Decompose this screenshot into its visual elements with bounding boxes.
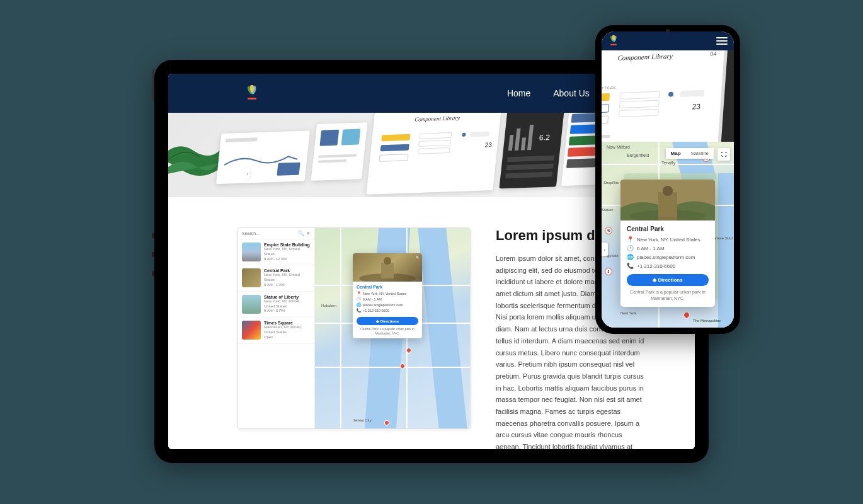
poi-address: New York, NY, United States bbox=[264, 273, 311, 283]
info-website: places.singleplatform.com bbox=[637, 255, 695, 260]
clock-icon: 🕐 bbox=[357, 297, 361, 301]
poi-hours: 9 AM - 12 AM bbox=[264, 257, 311, 262]
poi-item-liberty[interactable]: Statue of Liberty New York, NY 10004, Un… bbox=[238, 292, 314, 318]
poi-thumb bbox=[242, 243, 261, 261]
directions-button[interactable]: ◆ Directions bbox=[627, 274, 709, 286]
tablet-side-button bbox=[152, 69, 154, 101]
brand-logo bbox=[608, 35, 619, 47]
map-pin[interactable] bbox=[682, 311, 691, 319]
info-hours: 6 AM - 1 AM bbox=[363, 297, 382, 301]
svg-rect-47 bbox=[680, 90, 705, 97]
poi-address: Manhattan, NY 10036, United States bbox=[264, 325, 311, 335]
map-type-toggle: Map Satellite bbox=[666, 148, 714, 159]
map-panel: 🔍 ✕ Empire State Building New York, NY, … bbox=[237, 227, 471, 429]
svg-rect-7 bbox=[341, 129, 361, 146]
svg-text:23: 23 bbox=[484, 141, 493, 148]
svg-rect-26 bbox=[505, 172, 552, 179]
svg-rect-45 bbox=[619, 109, 658, 117]
poi-item-central[interactable]: Central Park New York, NY, United States… bbox=[238, 265, 314, 291]
search-input[interactable] bbox=[242, 231, 298, 236]
clear-icon[interactable]: ✕ bbox=[306, 231, 311, 236]
directions-button[interactable]: ◆ Directions bbox=[357, 317, 418, 325]
svg-rect-49 bbox=[602, 135, 610, 139]
map-type-map[interactable]: Map bbox=[666, 148, 686, 159]
svg-text:BUTTONS & INPUT FIELDS: BUTTONS & INPUT FIELDS bbox=[602, 86, 616, 91]
map-label: Station bbox=[602, 208, 614, 212]
tablet-vol-button bbox=[152, 233, 154, 238]
info-address: New York, NY, United States bbox=[637, 237, 700, 243]
map-label: Bergenfield bbox=[627, 153, 649, 158]
phone-screen: Component Library 04 BUTTONS & INPUT FIE… bbox=[602, 32, 734, 328]
info-card-image bbox=[620, 180, 715, 220]
sidebar-expand[interactable]: › bbox=[602, 243, 608, 256]
svg-rect-38 bbox=[610, 44, 617, 45]
info-card: ✕ Central Park 📍New York, NY, United Sta… bbox=[353, 253, 422, 338]
svg-point-34 bbox=[384, 257, 391, 265]
phone-hero: Component Library 04 BUTTONS & INPUT FIE… bbox=[602, 50, 734, 142]
svg-rect-14 bbox=[418, 140, 450, 146]
info-address: New York, NY, United States bbox=[363, 292, 406, 295]
phone-icon: 📞 bbox=[627, 263, 634, 269]
poi-thumb bbox=[242, 268, 261, 287]
clock-icon: 🕐 bbox=[627, 245, 634, 251]
svg-point-53 bbox=[663, 186, 673, 196]
poi-item-empire[interactable]: Empire State Building New York, NY, Unit… bbox=[238, 239, 314, 265]
info-description: Central Park is a popular urban park in … bbox=[357, 327, 418, 335]
highway-shield: 46 bbox=[605, 227, 612, 234]
map-label: New Milford bbox=[607, 145, 630, 149]
svg-rect-17 bbox=[470, 131, 489, 137]
poi-item-times[interactable]: Times Square Manhattan, NY 10036, United… bbox=[238, 318, 314, 343]
poi-list: Empire State Building New York, NY, Unit… bbox=[238, 239, 314, 428]
search-icon[interactable]: 🔍 bbox=[298, 231, 304, 236]
search-bar: 🔍 ✕ bbox=[238, 228, 314, 239]
tablet-vol-button bbox=[152, 271, 154, 276]
svg-text:23: 23 bbox=[692, 102, 701, 111]
svg-rect-19 bbox=[508, 135, 514, 151]
pin-icon: 📍 bbox=[627, 236, 634, 243]
map-type-satellite[interactable]: Satellite bbox=[686, 148, 714, 159]
info-card-title: Central Park bbox=[627, 226, 709, 232]
poi-hours: Open bbox=[264, 335, 311, 340]
svg-rect-33 bbox=[381, 263, 394, 278]
phone-icon: 📞 bbox=[357, 308, 361, 312]
nav-home[interactable]: Home bbox=[507, 88, 530, 98]
svg-rect-4 bbox=[226, 137, 258, 142]
map-label: New York bbox=[620, 311, 636, 315]
svg-point-46 bbox=[668, 92, 674, 97]
phone-frame: Component Library 04 BUTTONS & INPUT FIE… bbox=[595, 25, 740, 334]
svg-rect-11 bbox=[380, 144, 409, 152]
poi-title: Times Square bbox=[264, 321, 311, 325]
fullscreen-button[interactable]: ⛶ bbox=[717, 148, 730, 161]
svg-rect-12 bbox=[379, 154, 408, 162]
svg-rect-43 bbox=[620, 91, 660, 99]
phone-map-canvas[interactable]: New Milford Bergenfield Tenafly Englewoo… bbox=[602, 142, 734, 328]
phone-navbar bbox=[602, 32, 734, 50]
svg-rect-41 bbox=[602, 105, 609, 113]
svg-rect-13 bbox=[420, 132, 452, 139]
nav-about[interactable]: About Us bbox=[553, 88, 590, 98]
phone-camera bbox=[666, 29, 670, 33]
svg-rect-9 bbox=[318, 159, 347, 163]
info-phone: +1 212-310-6600 bbox=[363, 309, 389, 312]
info-hours: 6 AM - 1 AM bbox=[637, 246, 665, 251]
poi-title: Statue of Liberty bbox=[264, 295, 311, 299]
svg-text:6.2: 6.2 bbox=[539, 133, 551, 142]
poi-thumb bbox=[242, 295, 261, 314]
svg-point-16 bbox=[462, 133, 466, 137]
pin-icon: 📍 bbox=[357, 291, 361, 295]
svg-rect-21 bbox=[521, 137, 526, 150]
svg-rect-24 bbox=[507, 156, 554, 163]
svg-rect-5 bbox=[277, 163, 300, 176]
info-website: places.singleplatform.com bbox=[363, 303, 403, 307]
map-canvas[interactable]: Hoboken Jersey City ✕ Central Park 📍New … bbox=[315, 228, 470, 428]
poi-address: New York, NY 10004, United States bbox=[264, 299, 311, 309]
poi-sidebar: 🔍 ✕ Empire State Building New York, NY, … bbox=[238, 228, 315, 428]
close-icon[interactable]: ✕ bbox=[415, 255, 420, 260]
svg-rect-25 bbox=[506, 164, 554, 171]
brand-logo bbox=[244, 85, 260, 101]
poi-thumb bbox=[242, 321, 261, 340]
svg-rect-10 bbox=[381, 134, 410, 142]
info-description: Central Park is a popular urban park in … bbox=[627, 289, 709, 302]
hamburger-menu[interactable] bbox=[716, 37, 728, 45]
hero-card-num: 04 bbox=[710, 50, 717, 57]
